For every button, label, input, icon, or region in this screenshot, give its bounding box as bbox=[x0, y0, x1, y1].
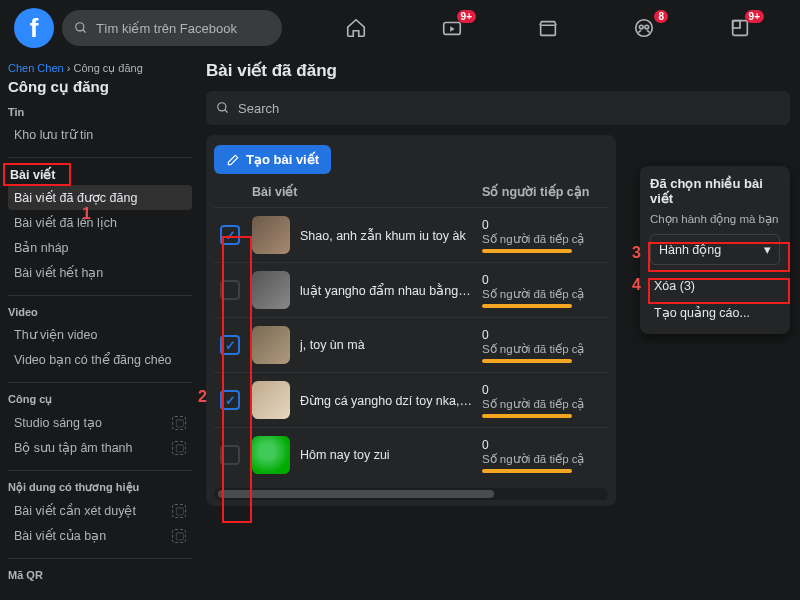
sidebar-item-your-posts[interactable]: Bài viết của bạn▢ bbox=[8, 523, 192, 548]
annotation-1: 1 bbox=[82, 205, 91, 223]
action-dropdown[interactable]: Hành động ▾ bbox=[650, 234, 780, 265]
menu-create-ad[interactable]: Tạo quảng cáo... bbox=[650, 299, 780, 326]
svg-line-9 bbox=[225, 110, 228, 113]
table-row[interactable]: luật yangho đẩm nhau bằng mã tấu iem iu … bbox=[214, 262, 608, 317]
global-search[interactable]: Tìm kiếm trên Facebook bbox=[62, 10, 282, 46]
nav-home[interactable] bbox=[336, 8, 376, 48]
table-row[interactable]: Đừng cá yangho dzí toy nka, toy pắn ák 0… bbox=[214, 372, 608, 427]
create-post-button[interactable]: Tạo bài viết bbox=[214, 145, 331, 174]
content-search-placeholder: Search bbox=[238, 101, 279, 116]
compose-icon bbox=[226, 153, 240, 167]
external-icon: ▢ bbox=[172, 441, 186, 455]
sb-label-tin: Tin bbox=[8, 106, 192, 118]
reach-cell: 0Số người đã tiếp cậ bbox=[482, 218, 602, 253]
panel-subtitle: Chọn hành động mà bạn muốn thự bbox=[650, 212, 780, 226]
row-checkbox[interactable] bbox=[220, 280, 240, 300]
watch-badge: 9+ bbox=[457, 10, 476, 23]
sidebar-item-creator-studio[interactable]: Studio sáng tạo▢ bbox=[8, 410, 192, 435]
post-title: Hôm nay toy zui bbox=[300, 448, 482, 462]
selection-panel: Đã chọn nhiều bài viết Chọn hành động mà… bbox=[640, 166, 790, 334]
top-header: f Tìm kiếm trên Facebook 9+ 8 9+ bbox=[0, 0, 800, 56]
annotation-3: 3 bbox=[632, 244, 641, 262]
post-thumbnail bbox=[252, 216, 290, 254]
external-icon: ▢ bbox=[172, 529, 186, 543]
sidebar-item-review[interactable]: Bài viết cần xét duyệt▢ bbox=[8, 498, 192, 523]
facebook-logo[interactable]: f bbox=[14, 8, 54, 48]
sidebar-item-crosspost[interactable]: Video bạn có thể đăng chéo bbox=[8, 347, 192, 372]
breadcrumb: Chen Chen › Công cụ đăng bbox=[8, 60, 192, 77]
reach-cell: 0Số người đã tiếp cậ bbox=[482, 328, 602, 363]
breadcrumb-page: Công cụ đăng bbox=[73, 62, 142, 74]
col-post: Bài viết bbox=[252, 184, 482, 199]
post-title: Shao, anh zẫn khum iu toy àk bbox=[300, 228, 482, 243]
sb-label-video: Video bbox=[8, 306, 192, 318]
menu-delete[interactable]: Xóa (3) bbox=[650, 273, 780, 299]
search-icon bbox=[74, 21, 88, 35]
gaming-badge: 9+ bbox=[745, 10, 764, 23]
marketplace-icon bbox=[537, 17, 559, 39]
table-row[interactable]: Shao, anh zẫn khum iu toy àk 0Số người đ… bbox=[214, 207, 608, 262]
post-thumbnail bbox=[252, 381, 290, 419]
svg-line-1 bbox=[83, 30, 86, 33]
svg-point-0 bbox=[76, 23, 84, 31]
sb-label-tools: Công cụ bbox=[8, 393, 192, 406]
post-rows: Shao, anh zẫn khum iu toy àk 0Số người đ… bbox=[214, 207, 608, 482]
reach-cell: 0Số người đã tiếp cậ bbox=[482, 273, 602, 308]
home-icon bbox=[345, 17, 367, 39]
reach-cell: 0Số người đã tiếp cậ bbox=[482, 383, 602, 418]
content-search[interactable]: Search bbox=[206, 91, 790, 125]
sidebar-item-expired[interactable]: Bài viết hết hạn bbox=[8, 260, 192, 285]
table-row[interactable]: j, toy ùn mà 0Số người đã tiếp cậ bbox=[214, 317, 608, 372]
sidebar-item-drafts[interactable]: Bản nháp bbox=[8, 235, 192, 260]
sidebar-item-video-library[interactable]: Thư viện video bbox=[8, 322, 192, 347]
horizontal-scrollbar[interactable] bbox=[214, 488, 608, 500]
annotation-2: 2 bbox=[198, 388, 207, 406]
post-thumbnail bbox=[252, 436, 290, 474]
row-checkbox[interactable] bbox=[220, 225, 240, 245]
nav-marketplace[interactable] bbox=[528, 8, 568, 48]
sidebar-item-scheduled[interactable]: Bài viết đã lên lịch bbox=[8, 210, 192, 235]
nav-watch[interactable]: 9+ bbox=[432, 8, 472, 48]
nav-gaming[interactable]: 9+ bbox=[720, 8, 760, 48]
external-icon: ▢ bbox=[172, 416, 186, 430]
post-title: Đừng cá yangho dzí toy nka, toy pắn ák bbox=[300, 393, 482, 408]
sidebar-item-published[interactable]: Bài viết đã được đăng bbox=[8, 185, 192, 210]
reach-cell: 0Số người đã tiếp cậ bbox=[482, 438, 602, 473]
table-header: Bài viết Số người tiếp cận bbox=[214, 174, 608, 207]
row-checkbox[interactable] bbox=[220, 445, 240, 465]
groups-badge: 8 bbox=[654, 10, 668, 23]
row-checkbox[interactable] bbox=[220, 335, 240, 355]
sb-label-brand: Nội dung có thương hiệu bbox=[8, 481, 192, 494]
content-area: Bài viết đã đăng Search Tạo bài viết Bài… bbox=[200, 56, 800, 600]
svg-point-8 bbox=[218, 103, 226, 111]
post-thumbnail bbox=[252, 271, 290, 309]
svg-point-5 bbox=[645, 25, 649, 29]
nav-groups[interactable]: 8 bbox=[624, 8, 664, 48]
post-thumbnail bbox=[252, 326, 290, 364]
page-title: Bài viết đã đăng bbox=[206, 60, 790, 81]
table-row[interactable]: Hôm nay toy zui 0Số người đã tiếp cậ bbox=[214, 427, 608, 482]
nav-icons: 9+ 8 9+ bbox=[282, 8, 786, 48]
row-checkbox[interactable] bbox=[220, 390, 240, 410]
annotation-4: 4 bbox=[632, 276, 641, 294]
post-title: luật yangho đẩm nhau bằng mã tấu iem iu … bbox=[300, 283, 482, 298]
posts-card: Tạo bài viết Bài viết Số người tiếp cận … bbox=[206, 135, 616, 506]
chevron-down-icon: ▾ bbox=[764, 242, 771, 257]
groups-icon bbox=[633, 17, 655, 39]
sidebar: Chen Chen › Công cụ đăng Công cụ đăng Ti… bbox=[0, 56, 200, 600]
post-title: j, toy ùn mà bbox=[300, 338, 482, 352]
external-icon: ▢ bbox=[172, 504, 186, 518]
sidebar-item-sound[interactable]: Bộ sưu tập âm thanh▢ bbox=[8, 435, 192, 460]
sb-label-posts[interactable]: Bài viết bbox=[4, 164, 70, 185]
col-reach: Số người tiếp cận bbox=[482, 184, 602, 199]
sidebar-title: Công cụ đăng bbox=[8, 78, 192, 96]
svg-point-4 bbox=[639, 25, 643, 29]
search-icon bbox=[216, 101, 230, 115]
svg-point-3 bbox=[636, 20, 653, 37]
breadcrumb-user[interactable]: Chen Chen bbox=[8, 62, 64, 74]
svg-rect-7 bbox=[733, 21, 740, 28]
sidebar-item-archive[interactable]: Kho lưu trữ tin bbox=[8, 122, 192, 147]
global-search-placeholder: Tìm kiếm trên Facebook bbox=[96, 21, 237, 36]
panel-title: Đã chọn nhiều bài viết bbox=[650, 176, 780, 206]
sb-label-qr: Mã QR bbox=[8, 569, 192, 581]
